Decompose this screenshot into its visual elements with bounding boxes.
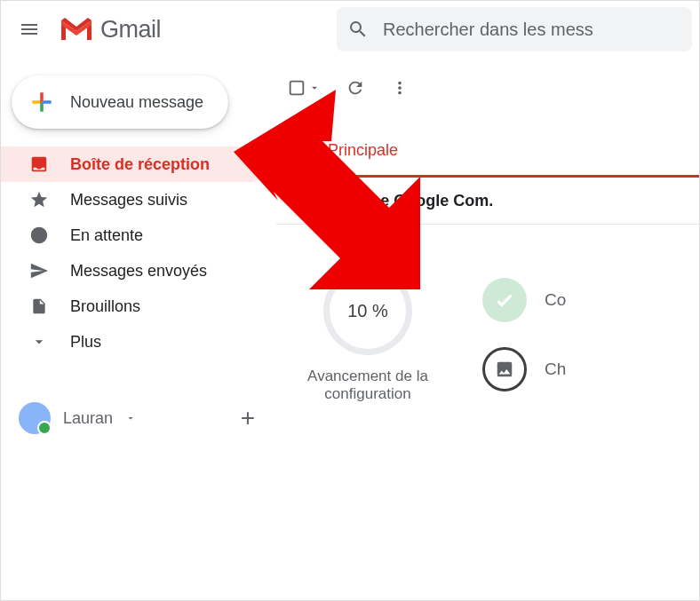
tab-label: Principale bbox=[328, 141, 398, 160]
sidebar-item-label: Brouillons bbox=[70, 297, 140, 316]
refresh-icon bbox=[346, 78, 365, 98]
setup-step-theme[interactable]: Ch bbox=[482, 347, 566, 391]
caret-down-icon bbox=[125, 413, 136, 423]
checkbox-outline-icon bbox=[287, 78, 306, 98]
hamburger-icon bbox=[19, 19, 40, 40]
setup-steps: Co Ch bbox=[482, 278, 566, 391]
new-chat-button[interactable]: + bbox=[241, 404, 255, 432]
hangouts-user-row[interactable]: Lauran + bbox=[1, 402, 276, 434]
setup-progress-card: 10 % Avancement de la configuration Co C… bbox=[276, 266, 699, 403]
progress-ring: 10 % bbox=[323, 266, 412, 355]
image-circle-icon bbox=[482, 347, 527, 391]
star-icon bbox=[29, 190, 49, 210]
avatar bbox=[19, 402, 51, 434]
sidebar-item-starred[interactable]: Messages suivis bbox=[1, 182, 267, 217]
setup-step-done[interactable]: Co bbox=[482, 278, 566, 322]
more-button[interactable] bbox=[390, 78, 410, 98]
sidebar-item-inbox[interactable]: Boîte de réception bbox=[1, 146, 267, 182]
mail-sender: L'équipe Google Com. bbox=[324, 192, 493, 210]
search-bar[interactable]: Rechercher dans les mess bbox=[337, 7, 692, 51]
plus-icon bbox=[28, 88, 56, 116]
check-circle-icon bbox=[482, 278, 527, 322]
toolbar bbox=[276, 67, 699, 109]
file-icon bbox=[29, 297, 49, 315]
step-label: Ch bbox=[545, 360, 566, 379]
svg-rect-0 bbox=[290, 82, 304, 95]
sidebar-item-more[interactable]: Plus bbox=[1, 324, 267, 360]
send-icon bbox=[29, 261, 49, 281]
menu-button[interactable] bbox=[8, 8, 51, 51]
sidebar-item-sent[interactable]: Messages envoyés bbox=[1, 253, 267, 289]
clock-icon bbox=[29, 225, 49, 245]
refresh-button[interactable] bbox=[346, 78, 365, 98]
sidebar-item-label: Boîte de réception bbox=[70, 155, 210, 174]
sidebar-item-label: Plus bbox=[70, 333, 101, 352]
step-label: Co bbox=[545, 290, 566, 310]
progress-label: Avancement de la configuration bbox=[292, 368, 443, 403]
app-name: Gmail bbox=[100, 16, 161, 43]
sidebar: Nouveau message Boîte de réception Messa… bbox=[1, 58, 276, 600]
sidebar-item-label: En attente bbox=[70, 226, 143, 245]
hangouts-username: Lauran bbox=[63, 409, 113, 428]
select-all-checkbox[interactable] bbox=[287, 78, 321, 98]
body: Nouveau message Boîte de réception Messa… bbox=[1, 58, 699, 600]
header: Gmail Rechercher dans les mess bbox=[1, 1, 699, 58]
more-vert-icon bbox=[390, 78, 410, 98]
caret-down-icon bbox=[308, 82, 321, 94]
chevron-down-icon bbox=[29, 333, 49, 351]
mail-row[interactable]: L'équipe Google Com. bbox=[276, 178, 699, 224]
progress-percent: 10 % bbox=[347, 301, 388, 321]
sidebar-item-drafts[interactable]: Brouillons bbox=[1, 289, 267, 324]
gmail-logo-icon bbox=[61, 18, 91, 41]
category-tabs: Principale bbox=[276, 125, 699, 178]
search-placeholder: Rechercher dans les mess bbox=[383, 20, 593, 40]
star-button[interactable] bbox=[289, 189, 308, 213]
inbox-icon bbox=[292, 140, 312, 160]
sidebar-item-label: Messages suivis bbox=[70, 191, 187, 210]
compose-button[interactable]: Nouveau message bbox=[12, 75, 228, 129]
star-outline-icon bbox=[289, 189, 308, 209]
tab-primary[interactable]: Principale bbox=[276, 125, 414, 175]
search-icon bbox=[347, 19, 369, 40]
sidebar-item-snoozed[interactable]: En attente bbox=[1, 217, 267, 253]
inbox-icon bbox=[29, 154, 49, 174]
sidebar-item-label: Messages envoyés bbox=[70, 262, 207, 281]
main: Principale L'équipe Google Com. 10 % Ava… bbox=[276, 58, 699, 600]
compose-label: Nouveau message bbox=[70, 93, 203, 112]
setup-progress: 10 % Avancement de la configuration bbox=[292, 266, 443, 403]
logo[interactable]: Gmail bbox=[58, 16, 161, 43]
